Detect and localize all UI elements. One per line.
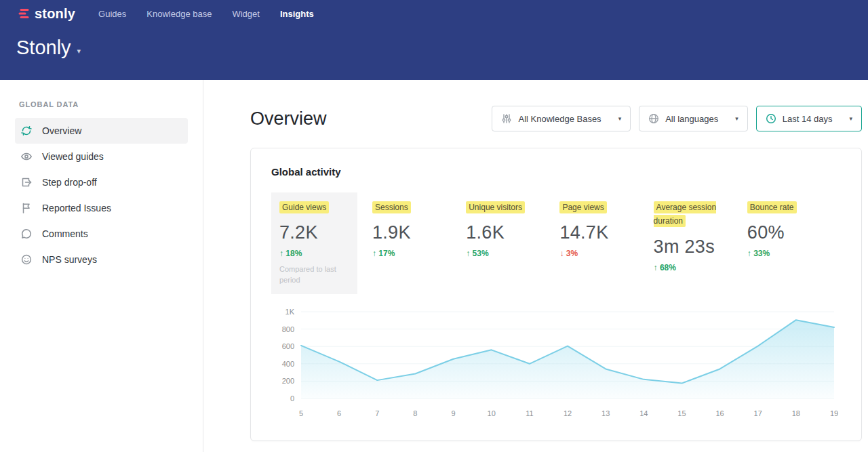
main-content: Overview All Knowledge Bases ▾ <box>203 80 868 452</box>
top-nav-items: Guides Knowledge base Widget Insights <box>98 9 314 19</box>
sidebar-item-label: Overview <box>42 125 81 136</box>
step-dropoff-icon <box>20 176 33 188</box>
sidebar-item-step-drop-off[interactable]: Step drop-off <box>15 169 188 195</box>
svg-text:10: 10 <box>488 409 496 417</box>
knowledge-bases-dropdown-label: All Knowledge Bases <box>518 114 601 124</box>
svg-text:13: 13 <box>601 409 610 417</box>
svg-text:5: 5 <box>299 409 303 417</box>
svg-text:0: 0 <box>290 394 294 403</box>
svg-text:12: 12 <box>564 409 572 417</box>
stonly-logo[interactable]: stonly <box>18 6 75 22</box>
metric-bounce-rate[interactable]: Bounce rate 60% ↑ 33% <box>747 192 841 266</box>
sidebar-item-label: NPS surveys <box>42 254 97 265</box>
eye-icon <box>20 150 33 163</box>
metric-value: 1.6K <box>466 222 553 243</box>
metric-page-views[interactable]: Page views 14.7K ↓ 3% <box>559 192 653 266</box>
global-activity-chart: 02004006008001K5678910111213141516171819 <box>271 304 841 426</box>
sidebar-item-comments[interactable]: Comments <box>15 221 188 247</box>
date-range-dropdown-label: Last 14 days <box>783 114 833 124</box>
languages-dropdown[interactable]: All languages ▾ <box>639 106 748 131</box>
metric-change: ↑ 18% <box>279 249 349 258</box>
svg-text:14: 14 <box>639 409 648 417</box>
nav-item-insights[interactable]: Insights <box>280 9 314 19</box>
chevron-down-icon: ▾ <box>618 115 622 122</box>
card-title: Global activity <box>271 166 841 178</box>
sidebar-item-label: Reported Issues <box>42 203 111 213</box>
app-header: stonly Guides Knowledge base Widget Insi… <box>0 0 868 80</box>
svg-text:1K: 1K <box>285 308 295 316</box>
svg-text:9: 9 <box>452 409 456 417</box>
stonly-logo-icon <box>18 8 30 19</box>
sidebar-item-overview[interactable]: Overview <box>15 118 188 144</box>
svg-text:17: 17 <box>754 409 762 417</box>
metric-label: Average session duration <box>654 201 717 227</box>
svg-text:200: 200 <box>282 377 294 386</box>
smiley-icon <box>20 253 33 266</box>
metric-value: 14.7K <box>559 222 646 243</box>
sidebar-section-title: GLOBAL DATA <box>19 100 203 108</box>
comment-bubble-icon <box>20 228 33 240</box>
sidebar-item-viewed-guides[interactable]: Viewed guides <box>15 144 188 169</box>
svg-text:18: 18 <box>792 409 800 417</box>
global-activity-card: Global activity Guide views 7.2K ↑ 18% C… <box>250 148 862 441</box>
clock-icon <box>766 113 776 124</box>
svg-text:800: 800 <box>282 325 294 333</box>
date-range-dropdown[interactable]: Last 14 days ▾ <box>756 106 862 131</box>
sidebar: GLOBAL DATA Overview Viewed guides <box>0 80 203 452</box>
nav-item-widget[interactable]: Widget <box>232 9 259 19</box>
metric-note: Compared to last period <box>279 264 349 286</box>
sidebar-item-nps-surveys[interactable]: NPS surveys <box>15 247 188 272</box>
metric-value: 3m 23s <box>654 237 741 258</box>
sliders-icon <box>501 113 512 124</box>
flag-icon <box>20 202 33 214</box>
filters-bar: All Knowledge Bases ▾ All languages ▾ <box>492 106 862 131</box>
svg-text:11: 11 <box>526 409 533 417</box>
metric-change: ↑ 68% <box>654 263 741 272</box>
metric-label: Bounce rate <box>747 201 797 213</box>
chevron-down-icon[interactable]: ▾ <box>77 47 81 56</box>
svg-text:16: 16 <box>715 409 724 417</box>
sidebar-item-label: Step drop-off <box>42 177 97 188</box>
workspace-title[interactable]: Stonly <box>16 37 71 59</box>
chart-area: 02004006008001K5678910111213141516171819 <box>271 304 841 428</box>
svg-text:400: 400 <box>282 360 294 368</box>
workspace-title-row: Stonly ▾ <box>0 27 868 59</box>
svg-text:600: 600 <box>282 342 294 350</box>
metric-sessions[interactable]: Sessions 1.9K ↑ 17% <box>372 192 466 266</box>
metric-change: ↑ 17% <box>372 249 459 258</box>
sidebar-item-label: Comments <box>42 228 88 239</box>
metric-label: Guide views <box>279 201 329 213</box>
svg-text:8: 8 <box>413 409 417 417</box>
metric-unique-visitors[interactable]: Unique visitors 1.6K ↑ 53% <box>466 192 559 266</box>
chevron-down-icon: ▾ <box>849 115 852 122</box>
knowledge-bases-dropdown[interactable]: All Knowledge Bases ▾ <box>492 106 631 131</box>
metric-value: 60% <box>747 222 834 243</box>
stonly-logo-text: stonly <box>35 6 75 22</box>
overview-refresh-icon <box>20 125 33 137</box>
chevron-down-icon: ▾ <box>735 115 738 122</box>
nav-item-knowledge-base[interactable]: Knowledge base <box>146 9 212 19</box>
metric-average-session-duration[interactable]: Average session duration 3m 23s ↑ 68% <box>654 192 747 281</box>
page-title: Overview <box>250 108 327 129</box>
metric-value: 1.9K <box>372 222 459 243</box>
svg-text:19: 19 <box>830 409 838 417</box>
metric-change: ↑ 53% <box>466 249 553 258</box>
metric-change: ↓ 3% <box>559 249 646 258</box>
top-nav: stonly Guides Knowledge base Widget Insi… <box>0 0 868 27</box>
metric-label: Sessions <box>372 201 411 213</box>
svg-text:7: 7 <box>375 409 379 417</box>
svg-text:6: 6 <box>337 409 341 417</box>
svg-text:15: 15 <box>677 409 686 417</box>
metrics-row: Guide views 7.2K ↑ 18% Compared to last … <box>271 192 841 294</box>
metric-label: Unique visitors <box>466 201 525 213</box>
metric-guide-views[interactable]: Guide views 7.2K ↑ 18% Compared to last … <box>271 192 357 294</box>
nav-item-guides[interactable]: Guides <box>98 9 126 19</box>
sidebar-item-reported-issues[interactable]: Reported Issues <box>15 195 188 221</box>
sidebar-item-label: Viewed guides <box>42 151 104 162</box>
globe-icon <box>648 113 659 124</box>
metric-label: Page views <box>559 201 606 213</box>
metric-change: ↑ 33% <box>747 249 834 258</box>
metric-value: 7.2K <box>279 222 349 243</box>
languages-dropdown-label: All languages <box>665 114 718 124</box>
